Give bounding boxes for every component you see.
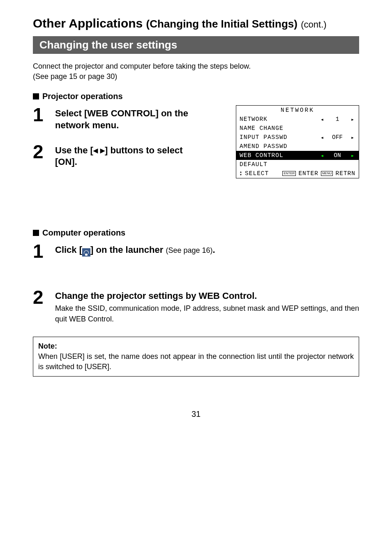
arrow-left-icon [319, 116, 325, 123]
computer-heading-text: Computer operations [42, 228, 125, 238]
menu-row-input-passwd: INPUT PASSWD OFF [236, 133, 359, 142]
note-title: Note: [38, 341, 354, 351]
network-menu: NETWORK NETWORK 1 NAME CHANGE INPUT PASS… [236, 105, 359, 178]
menu-key-icon: MENU [321, 171, 333, 176]
step-number: 2 [33, 142, 47, 168]
menu-row-default: DEFAULT [236, 160, 359, 169]
arrow-left-icon [319, 152, 325, 159]
title-secondary: (Changing the Initial Settings) [146, 18, 297, 30]
menu-row-amend-passwd: AMEND PASSWD [236, 142, 359, 151]
section-title: Changing the user settings [33, 36, 359, 54]
step-2: 2 Use the [◂ ▸] buttons to select [ON]. [33, 142, 219, 168]
page-title: Other Applications (Changing the Initial… [33, 16, 359, 30]
updown-arrows-icon: ▴▾ [240, 171, 242, 176]
arrow-left-icon: ◂ [93, 145, 98, 155]
arrow-right-icon: ▸ [100, 145, 105, 155]
title-suffix: (cont.) [301, 19, 326, 30]
web-control-icon [82, 248, 90, 257]
enter-key-icon: ENTER [282, 171, 296, 176]
menu-title: NETWORK [236, 106, 359, 115]
intro-line2: (See page 15 or page 30) [33, 72, 359, 82]
step-2-title: Use the [◂ ▸] buttons to select [ON]. [55, 145, 183, 168]
bullet-square-icon [33, 93, 39, 99]
arrow-left-icon [319, 134, 325, 141]
menu-row-network: NETWORK 1 [236, 115, 359, 124]
arrow-right-icon [350, 116, 355, 123]
step-number: 1 [33, 242, 47, 261]
intro-line1: Connect the projector and computer befor… [33, 61, 359, 72]
computer-heading: Computer operations [33, 228, 359, 238]
computer-step-2-body: Make the SSID, communication mode, IP ad… [55, 303, 359, 324]
menu-row-web-control: WEB CONTROL ON [236, 151, 359, 160]
intro-text: Connect the projector and computer befor… [33, 61, 359, 82]
arrow-right-icon [350, 134, 355, 141]
menu-footer: ▴▾ SELECT ENTER ENTER MENU RETRN [236, 169, 359, 178]
menu-row-name-change: NAME CHANGE [236, 124, 359, 133]
computer-step-2: 2 Change the projector settings by WEB C… [33, 288, 359, 324]
computer-step-2-title: Change the projector settings by WEB Con… [55, 290, 359, 302]
computer-step-1: 1 Click [] on the launcher (See page 16)… [33, 242, 359, 261]
step-1-title: Select [WEB CONTROL] on the network menu… [55, 108, 188, 131]
page-number: 31 [33, 409, 359, 419]
title-primary: Other Applications [33, 16, 143, 30]
step-number: 2 [33, 288, 47, 324]
step-number: 1 [33, 105, 47, 131]
step-1: 1 Select [WEB CONTROL] on the network me… [33, 105, 219, 131]
computer-step-1-title: Click [] on the launcher (See page 16). [55, 244, 215, 257]
projector-heading-text: Projector operations [42, 92, 123, 101]
note-body: When [USER] is set, the name does not ap… [38, 351, 354, 372]
bullet-square-icon [33, 230, 39, 236]
note-box: Note: When [USER] is set, the name does … [33, 337, 359, 377]
arrow-right-icon [350, 152, 355, 159]
projector-heading: Projector operations [33, 92, 359, 101]
